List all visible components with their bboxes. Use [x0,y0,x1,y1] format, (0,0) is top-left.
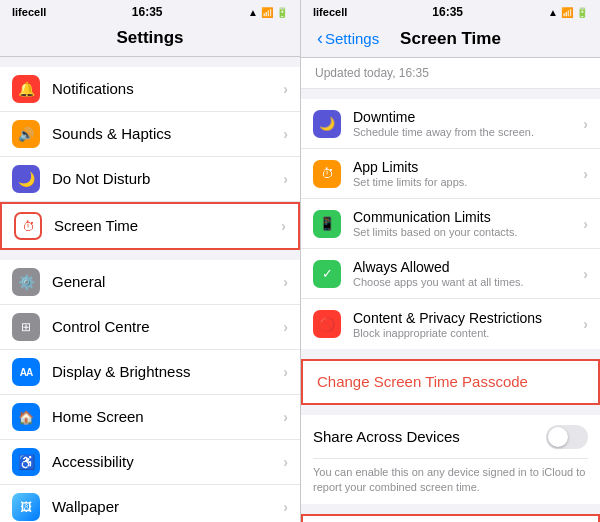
downtime-content: Downtime Schedule time away from the scr… [353,109,583,138]
update-text: Updated today, 16:35 [315,66,429,80]
share-row-inner: Share Across Devices [313,415,588,459]
commlimits-sublabel: Set limits based on your contacts. [353,226,583,238]
settings-row-screentime[interactable]: ⏱ Screen Time › [0,202,300,250]
settings-row-dnd[interactable]: 🌙 Do Not Disturb › [0,157,300,202]
battery-icon-right: 🔋 [576,7,588,18]
settings-list-left: 🔔 Notifications › 🔊 Sounds & Haptics › 🌙… [0,57,300,522]
wifi-icon-left: 📶 [261,7,273,18]
settings-group-2: ⚙️ General › ⊞ Control Centre › AA Displ… [0,260,300,522]
commlimits-label: Communication Limits [353,209,583,225]
passcode-btn-label: Change Screen Time Passcode [317,373,528,390]
controlcentre-icon: ⊞ [12,313,40,341]
screen-time-title: Screen Time [400,29,501,49]
chevron-icon: › [283,319,288,335]
right-panel: lifecell 16:35 ▲ 📶 🔋 ‹ Settings Screen T… [300,0,600,522]
contentprivacy-label: Content & Privacy Restrictions [353,310,583,326]
status-bar-right: lifecell 16:35 ▲ 📶 🔋 [301,0,600,22]
change-passcode-button[interactable]: Change Screen Time Passcode [301,359,600,405]
settings-row-wallpaper[interactable]: 🖼 Wallpaper › [0,485,300,522]
signal-icon-left: ▲ [248,7,258,18]
share-desc: You can enable this on any device signed… [313,459,588,504]
turn-off-button[interactable]: Turn Off Screen Time [301,514,600,522]
time-left: 16:35 [132,5,163,19]
dnd-icon: 🌙 [12,165,40,193]
contentprivacy-content: Content & Privacy Restrictions Block ina… [353,310,583,339]
settings-row-display[interactable]: AA Display & Brightness › [0,350,300,395]
chevron-icon: › [583,316,588,332]
carrier-right: lifecell [313,6,347,18]
chevron-icon: › [281,218,286,234]
applimits-content: App Limits Set time limits for apps. [353,159,583,188]
screentime-label: Screen Time [54,217,281,235]
applimits-icon: ⏱ [313,160,341,188]
carrier-left: lifecell [12,6,46,18]
general-icon: ⚙️ [12,268,40,296]
downtime-label: Downtime [353,109,583,125]
right-row-contentprivacy[interactable]: 🚫 Content & Privacy Restrictions Block i… [301,299,600,349]
right-row-downtime[interactable]: 🌙 Downtime Schedule time away from the s… [301,99,600,149]
settings-row-accessibility[interactable]: ♿ Accessibility › [0,440,300,485]
settings-row-general[interactable]: ⚙️ General › [0,260,300,305]
wallpaper-label: Wallpaper [52,498,283,516]
sounds-icon: 🔊 [12,120,40,148]
chevron-left-icon: ‹ [317,28,323,49]
chevron-icon: › [283,499,288,515]
settings-row-sounds[interactable]: 🔊 Sounds & Haptics › [0,112,300,157]
applimits-label: App Limits [353,159,583,175]
chevron-icon: › [583,166,588,182]
contentprivacy-sublabel: Block inappropriate content. [353,327,583,339]
chevron-icon: › [283,409,288,425]
chevron-icon: › [283,126,288,142]
time-right: 16:35 [432,5,463,19]
settings-row-controlcentre[interactable]: ⊞ Control Centre › [0,305,300,350]
nav-header-left: Settings [0,22,300,57]
chevron-icon: › [283,274,288,290]
downtime-sublabel: Schedule time away from the screen. [353,126,583,138]
commlimits-icon: 📱 [313,210,341,238]
back-label: Settings [325,30,379,47]
settings-row-notifications[interactable]: 🔔 Notifications › [0,67,300,112]
alwaysallowed-content: Always Allowed Choose apps you want at a… [353,259,583,288]
accessibility-icon: ♿ [12,448,40,476]
right-row-commlimits[interactable]: 📱 Communication Limits Set limits based … [301,199,600,249]
right-nav-header: ‹ Settings Screen Time [301,22,600,58]
screentime-icon: ⏱ [14,212,42,240]
chevron-icon: › [283,454,288,470]
right-row-alwaysallowed[interactable]: ✓ Always Allowed Choose apps you want at… [301,249,600,299]
back-button[interactable]: ‹ Settings [317,28,379,49]
applimits-sublabel: Set time limits for apps. [353,176,583,188]
general-label: General [52,273,283,291]
battery-icon-left: 🔋 [276,7,288,18]
homescreen-label: Home Screen [52,408,283,426]
status-bar-left: lifecell 16:35 ▲ 📶 🔋 [0,0,300,22]
status-icons-right: ▲ 📶 🔋 [548,7,588,18]
display-label: Display & Brightness [52,363,283,381]
update-bar: Updated today, 16:35 [301,58,600,89]
share-section: Share Across Devices You can enable this… [301,415,600,504]
wallpaper-icon: 🖼 [12,493,40,521]
notifications-label: Notifications [52,80,283,98]
settings-row-homescreen[interactable]: 🏠 Home Screen › [0,395,300,440]
settings-group-1: 🔔 Notifications › 🔊 Sounds & Haptics › 🌙… [0,67,300,250]
display-icon: AA [12,358,40,386]
alwaysallowed-icon: ✓ [313,260,341,288]
chevron-icon: › [283,81,288,97]
homescreen-icon: 🏠 [12,403,40,431]
share-toggle[interactable] [546,425,588,449]
right-content: 🌙 Downtime Schedule time away from the s… [301,89,600,522]
settings-title: Settings [116,28,183,47]
chevron-icon: › [583,266,588,282]
right-items-group: 🌙 Downtime Schedule time away from the s… [301,99,600,349]
controlcentre-label: Control Centre [52,318,283,336]
sounds-label: Sounds & Haptics [52,125,283,143]
chevron-icon: › [283,364,288,380]
alwaysallowed-label: Always Allowed [353,259,583,275]
right-row-applimits[interactable]: ⏱ App Limits Set time limits for apps. › [301,149,600,199]
chevron-icon: › [583,216,588,232]
alwaysallowed-sublabel: Choose apps you want at all times. [353,276,583,288]
chevron-icon: › [583,116,588,132]
dnd-label: Do Not Disturb [52,170,283,188]
notifications-icon: 🔔 [12,75,40,103]
commlimits-content: Communication Limits Set limits based on… [353,209,583,238]
share-label: Share Across Devices [313,428,546,445]
